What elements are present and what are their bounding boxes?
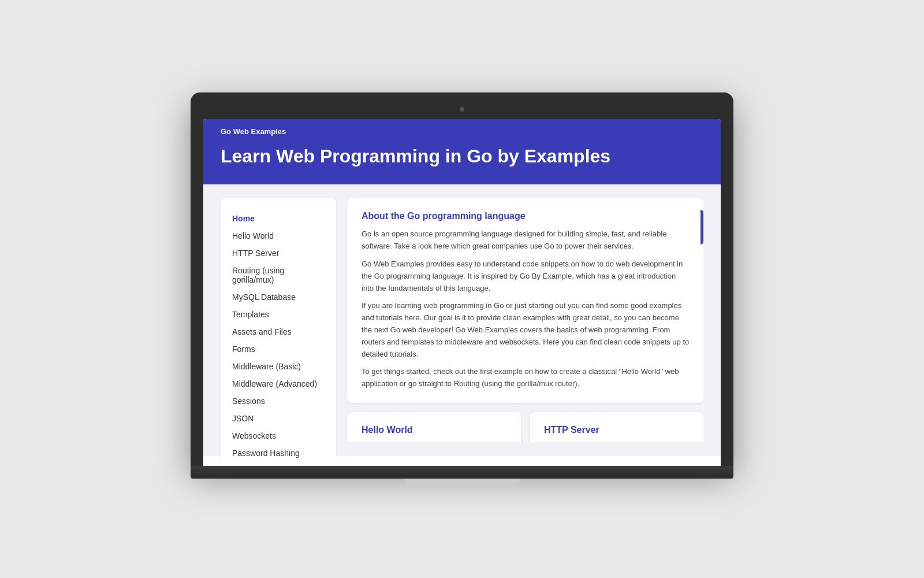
laptop-body: Go Web Examples Learn Web Programming in… — [191, 92, 733, 466]
camera-bar — [203, 103, 721, 116]
sidebar-item-9[interactable]: Middleware (Advanced) — [221, 375, 336, 392]
sidebar: HomeHello WorldHTTP ServerRouting (using… — [221, 198, 336, 466]
site-header: Go Web Examples Learn Web Programming in… — [203, 119, 721, 184]
site-wrapper: Go Web Examples Learn Web Programming in… — [203, 119, 721, 466]
hello-world-title: Hello World — [362, 425, 507, 435]
laptop-stand — [404, 479, 520, 486]
camera — [460, 107, 464, 112]
cards-row: Hello World This examples shows how to c… — [348, 412, 703, 442]
site-title: Learn Web Programming in Go by Examples — [221, 145, 703, 167]
main-content: About the Go programming language Go is … — [348, 198, 703, 442]
accent-bar — [701, 210, 703, 244]
about-p1: Go is an open source programming languag… — [362, 228, 690, 253]
sidebar-item-3[interactable]: Routing (using gorilla/mux) — [221, 262, 336, 288]
sidebar-item-7[interactable]: Forms — [221, 340, 336, 358]
about-p2: Go Web Examples provides easy to underst… — [362, 258, 690, 294]
sidebar-item-5[interactable]: Templates — [221, 306, 336, 323]
sidebar-item-1[interactable]: Hello World — [221, 227, 336, 244]
laptop: Go Web Examples Learn Web Programming in… — [191, 92, 733, 486]
sidebar-item-11[interactable]: JSON — [221, 410, 336, 427]
sidebar-item-2[interactable]: HTTP Server — [221, 244, 336, 262]
laptop-screen: Go Web Examples Learn Web Programming in… — [203, 119, 721, 466]
site-content: HomeHello WorldHTTP ServerRouting (using… — [203, 184, 721, 456]
about-p3: If you are learning web programming in G… — [362, 300, 690, 360]
sidebar-item-13[interactable]: Password Hashing — [221, 444, 336, 462]
about-card: About the Go programming language Go is … — [348, 198, 703, 403]
sidebar-item-10[interactable]: Sessions — [221, 392, 336, 410]
sidebar-item-6[interactable]: Assets and Files — [221, 323, 336, 340]
sidebar-item-8[interactable]: Middleware (Basic) — [221, 358, 336, 375]
laptop-base — [191, 466, 733, 479]
about-p4: To get things started, check out the fir… — [362, 366, 690, 390]
http-server-title: HTTP Server — [544, 425, 690, 435]
sidebar-item-4[interactable]: MySQL Database — [221, 288, 336, 306]
hello-world-card: Hello World This examples shows how to c… — [348, 412, 521, 442]
about-title: About the Go programming language — [362, 211, 690, 221]
sidebar-item-12[interactable]: Websockets — [221, 427, 336, 444]
site-brand: Go Web Examples — [221, 127, 703, 136]
sidebar-item-0[interactable]: Home — [221, 210, 336, 227]
http-server-card: HTTP Server This example shows how to us… — [530, 412, 703, 442]
about-card-wrapper: About the Go programming language Go is … — [348, 198, 703, 403]
